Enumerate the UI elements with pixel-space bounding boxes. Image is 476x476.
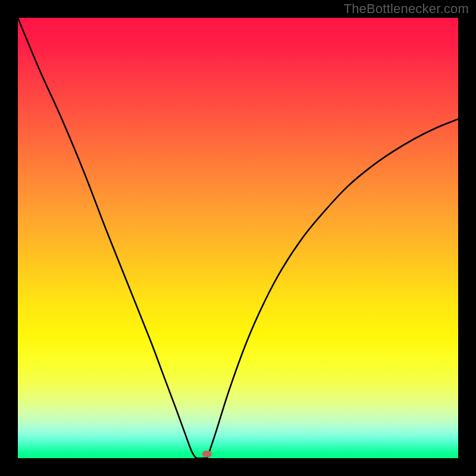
optimum-marker — [202, 450, 212, 457]
curve-path — [18, 18, 458, 458]
chart-frame: TheBottlenecker.com — [0, 0, 476, 476]
plot-area — [18, 18, 458, 458]
bottleneck-curve — [18, 18, 458, 458]
attribution-label: TheBottlenecker.com — [344, 1, 469, 17]
